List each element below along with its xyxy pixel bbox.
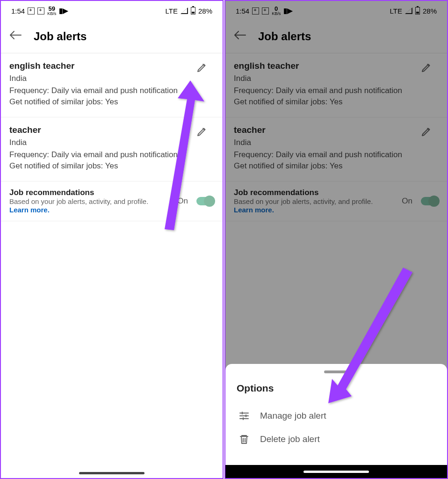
rec-status: On	[177, 196, 188, 206]
status-icon-2	[262, 7, 269, 15]
alert-notified: Get notified of similar jobs: Yes	[234, 97, 439, 107]
alert-location: India	[234, 74, 439, 83]
alert-frequency: Frequency: Daily via email and push noti…	[9, 150, 214, 160]
alert-item-1[interactable]: teacher India Frequency: Daily via email…	[1, 117, 223, 181]
back-arrow-icon[interactable]	[9, 29, 22, 44]
app-header: Job alerts	[225, 21, 447, 53]
battery-icon	[191, 7, 195, 15]
alert-item-0[interactable]: english teacher India Frequency: Daily v…	[1, 53, 223, 117]
bottom-sheet: Options Manage job alert Delete job aler…	[225, 364, 447, 465]
status-network: LTE	[166, 7, 178, 15]
status-kbs: 0 KB/s	[272, 6, 281, 16]
status-time: 1:54	[236, 7, 249, 15]
edit-icon[interactable]	[421, 62, 432, 75]
alert-frequency: Frequency: Daily via email and push noti…	[234, 86, 439, 95]
alert-title: english teacher	[234, 61, 439, 71]
status-icon-2	[37, 7, 44, 15]
dolby-icon: ▮▶	[283, 7, 293, 15]
sliders-icon	[238, 411, 250, 421]
edit-icon[interactable]	[196, 126, 208, 139]
status-time: 1:54	[11, 7, 25, 15]
alert-title: teacher	[234, 125, 439, 135]
alert-item-0[interactable]: english teacher India Frequency: Daily v…	[225, 53, 447, 117]
android-nav-bar	[225, 465, 447, 478]
delete-label: Delete job alert	[260, 434, 320, 444]
edit-icon[interactable]	[421, 126, 432, 139]
rec-toggle[interactable]	[196, 197, 214, 205]
alert-location: India	[234, 138, 439, 147]
battery-icon	[415, 7, 420, 15]
rec-desc: Based on your job alerts, activity, and …	[9, 197, 148, 205]
delete-job-alert-item[interactable]: Delete job alert	[237, 428, 436, 451]
status-kbs: 59 KB/s	[47, 6, 56, 16]
rec-learn-more-link[interactable]: Learn more.	[9, 206, 50, 214]
alert-title: teacher	[9, 125, 214, 135]
alert-notified: Get notified of similar jobs: Yes	[9, 97, 214, 107]
phone-left: 1:54 59 KB/s ▮▶ LTE 28% Job alerts	[0, 0, 224, 479]
signal-icon	[181, 7, 188, 14]
sheet-handle[interactable]	[324, 370, 348, 373]
page-title: Job alerts	[34, 30, 87, 43]
status-battery: 28%	[198, 7, 212, 15]
rec-title: Job recommendations	[234, 188, 402, 197]
status-left: 1:54 59 KB/s ▮▶	[11, 6, 68, 16]
status-icon-1	[252, 7, 259, 15]
page-title: Job alerts	[258, 30, 311, 43]
trash-icon	[238, 434, 250, 444]
phone-right: 1:54 0 KB/s ▮▶ LTE 28% Job alerts	[224, 0, 448, 479]
status-right: LTE 28%	[166, 7, 212, 15]
rec-learn-more-link[interactable]: Learn more.	[234, 206, 274, 214]
nav-handle[interactable]	[303, 471, 369, 473]
alert-notified: Get notified of similar jobs: Yes	[9, 161, 214, 171]
rec-toggle[interactable]	[421, 197, 439, 205]
status-bar: 1:54 0 KB/s ▮▶ LTE 28%	[225, 1, 447, 21]
status-icon-1	[28, 7, 35, 15]
rec-title: Job recommendations	[9, 188, 177, 197]
manage-label: Manage job alert	[260, 411, 326, 421]
alert-location: India	[9, 74, 214, 83]
alert-title: english teacher	[9, 61, 214, 71]
rec-status: On	[402, 196, 412, 206]
app-header: Job alerts	[1, 21, 223, 53]
dolby-icon: ▮▶	[59, 7, 68, 15]
rec-desc: Based on your job alerts, activity, and …	[234, 197, 373, 205]
status-bar: 1:54 59 KB/s ▮▶ LTE 28%	[1, 1, 223, 21]
back-arrow-icon[interactable]	[234, 29, 246, 44]
edit-icon[interactable]	[196, 62, 208, 75]
status-battery: 28%	[423, 7, 437, 15]
status-network: LTE	[390, 7, 402, 15]
recommendations-section: Job recommendations Based on your job al…	[225, 181, 447, 221]
alert-frequency: Frequency: Daily via email and push noti…	[9, 86, 214, 95]
alert-item-1[interactable]: teacher India Frequency: Daily via email…	[225, 117, 447, 181]
alert-notified: Get notified of similar jobs: Yes	[234, 161, 439, 171]
signal-icon	[405, 7, 412, 14]
status-right: LTE 28%	[390, 7, 437, 15]
alert-location: India	[9, 138, 214, 147]
status-left: 1:54 0 KB/s ▮▶	[236, 6, 293, 16]
nav-handle[interactable]	[79, 472, 145, 474]
recommendations-section: Job recommendations Based on your job al…	[1, 181, 223, 221]
sheet-title: Options	[237, 383, 436, 394]
alert-frequency: Frequency: Daily via email and push noti…	[234, 150, 439, 160]
manage-job-alert-item[interactable]: Manage job alert	[237, 404, 436, 428]
